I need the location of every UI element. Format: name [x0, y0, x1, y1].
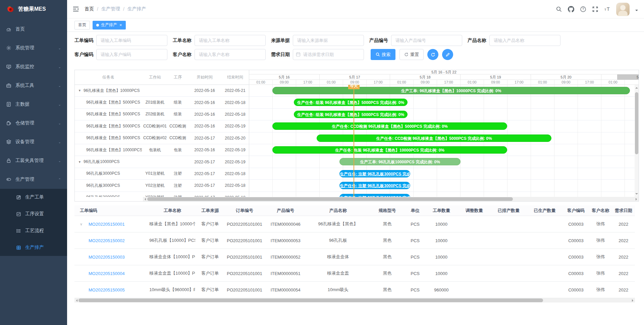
gantt-horizontal-scrollbar[interactable] — [143, 197, 639, 201]
sidebar-item-production[interactable]: 生产管理 ⌃ — [0, 170, 67, 189]
sidebar: 苦糖果MES 首页 系统管理 ⌄ 系统监控 ⌄ 系统工具 ⌄ — [0, 0, 67, 325]
user-avatar[interactable] — [616, 3, 630, 16]
user-menu-caret-icon[interactable] — [635, 10, 638, 12]
work-order-link[interactable]: MO202205150004 — [89, 271, 125, 276]
breadcrumb-section[interactable]: 生产管理 — [101, 6, 120, 12]
scrollbar-thumb[interactable] — [635, 92, 638, 154]
sidebar-collapse-icon[interactable] — [72, 6, 79, 12]
filter-input[interactable] — [96, 35, 167, 46]
timeline-hour-cell: 17:00 — [367, 80, 390, 85]
gantt-bar[interactable]: 生产任务: 注塑 96孔孔板3000PCS 完成比例: 0% — [339, 182, 410, 189]
scrollbar-thumb[interactable] — [147, 197, 513, 201]
scroll-right-arrow-icon[interactable] — [636, 198, 638, 201]
gantt-task-row[interactable]: 96孔移液盒【黑色】5000PCS CCD检测#02 CCD检测 2022-05… — [75, 132, 249, 144]
filter-field: 来源单据 — [271, 35, 364, 46]
gantt-bar[interactable]: 生产任务: 注塑 96孔孔板3000PCS 完成比例: 0% — [339, 194, 410, 197]
font-size-icon[interactable]: TT — [604, 6, 610, 12]
scroll-down-arrow-icon[interactable] — [635, 193, 638, 196]
sidebar-item-work-orders[interactable]: 生产工单 — [0, 189, 67, 206]
reset-button[interactable]: 重置 — [399, 49, 424, 60]
gantt-bar[interactable]: 生产任务: 组装 96孔移液盒【黑色】5000PCS 完成比例: 0% — [294, 111, 408, 118]
expand-triangle-icon[interactable]: ▼ — [78, 89, 84, 92]
github-icon[interactable] — [568, 6, 574, 12]
timeline-hour-cell: 17:00 — [296, 80, 320, 85]
table-row[interactable]: MO202205150005 10mm吸头【960000】PCS 客户订单 PO… — [74, 282, 635, 298]
edit-round-button[interactable] — [442, 49, 453, 60]
fullscreen-icon[interactable] — [592, 6, 598, 12]
tab-home[interactable]: 首页 — [74, 21, 90, 30]
work-order-link[interactable]: MO202205150002 — [89, 238, 125, 243]
tab-scheduling[interactable]: 生产排产 × — [93, 21, 126, 30]
scrollbar-thumb[interactable] — [78, 299, 543, 302]
filter-input[interactable] — [293, 35, 364, 46]
filter-input[interactable] — [96, 49, 167, 60]
gantt-vertical-scrollbar[interactable] — [635, 85, 639, 197]
sidebar-item-scheduling[interactable]: 生产排产 — [0, 239, 67, 256]
cell-source: 客户订单 — [195, 237, 225, 243]
table-row[interactable]: MO202205150002 96孔孔板【10000】PCS 客户订单 PO20… — [74, 232, 635, 249]
gantt-task-row[interactable]: ▼96孔孔板10000PCS 2022-05-17 2022-05-19 — [75, 156, 249, 168]
gantt-bar[interactable]: 生产任务: CCD检测 96孔移液盒【黑色】5000PCS 完成比例: 0% — [317, 134, 551, 142]
sidebar-item-home[interactable]: 首页 — [0, 20, 67, 39]
scroll-left-arrow-icon[interactable] — [75, 299, 77, 302]
timeline-day-cell: 5月 20 — [531, 74, 601, 79]
work-order-link[interactable]: MO202205150005 — [89, 287, 125, 292]
gantt-task-row[interactable]: 96孔孔板3000PCS Y03注塑机 注塑 2022-05-17 2022-0… — [75, 192, 249, 197]
scroll-right-arrow-icon[interactable] — [632, 299, 635, 302]
gantt-bar[interactable]: 生产任务: 包装 96孔移液盒【黑色】10000PCS 完成比例: 0% — [272, 146, 507, 154]
row-expand-caret-icon[interactable]: ∨ — [80, 222, 89, 226]
filter-input[interactable] — [195, 35, 266, 46]
filter-input[interactable] — [195, 49, 266, 60]
scroll-up-arrow-icon[interactable] — [635, 86, 638, 89]
sidebar-item-system-monitor[interactable]: 系统监控 ⌄ — [0, 57, 67, 76]
filter-input[interactable] — [489, 35, 560, 46]
help-icon[interactable]: ? — [580, 6, 586, 12]
scroll-left-arrow-icon[interactable] — [143, 198, 146, 201]
cell-qty: 10000 — [425, 271, 458, 276]
gantt-bar[interactable]: 生产任务: CCD检测 96孔移液盒【黑色】5000PCS 完成比例: 0% — [272, 122, 507, 130]
sidebar-item-system-tools[interactable]: 系统工具 ⌄ — [0, 76, 67, 95]
gantt-bar[interactable]: 生产工单: 96孔孔板10000PCS 完成比例: 0% — [339, 158, 461, 165]
refresh-round-button[interactable] — [427, 49, 438, 60]
table-horizontal-scrollbar[interactable] — [74, 298, 635, 303]
sidebar-item-master-data[interactable]: 主数据 ⌄ — [0, 95, 67, 114]
sidebar-item-system-mgmt[interactable]: 系统管理 ⌄ — [0, 39, 67, 57]
task-end-date: 2022-05-18 — [222, 183, 249, 188]
top-navbar: 首页 / 生产管理 / 生产排产 ? TT — [67, 0, 644, 18]
gantt-task-row[interactable]: 96孔孔板3000PCS Y01注塑机 注塑 2022-05-17 2022-0… — [75, 168, 249, 180]
search-icon[interactable] — [556, 6, 562, 12]
gantt-task-row[interactable]: ▼96孔移液盒【黑色】10000PCS 2022-05-16 2022-05-2… — [75, 85, 249, 97]
table-row[interactable]: MO202205150003 移液盒盒体【10000】PCS 客户订单 PO20… — [74, 249, 635, 265]
table-row[interactable]: MO202205150004 移液盒盒盖【10000】PCS 客户订单 PO20… — [74, 265, 635, 282]
cell-source: 客户订单 — [195, 254, 225, 260]
gantt-bar[interactable]: 生产工单: 96孔移液盒【黑色】10000PCS 完成比例: 0% — [272, 87, 630, 94]
work-order-link[interactable]: MO202205150001 — [89, 222, 125, 227]
filter-input[interactable] — [391, 35, 462, 46]
gantt-bar[interactable]: 生产任务: 注塑 96孔孔板3000PCS 完成比例: 0% — [339, 170, 410, 177]
sidebar-item-label: 系统监控 — [15, 64, 58, 70]
gantt-task-row[interactable]: 96孔移液盒【黑色】5000PCS CCD检测#01 CCD检测 2022-05… — [75, 120, 249, 132]
gantt-task-row[interactable]: 96孔孔板3000PCS Y02注塑机 注塑 2022-05-17 2022-0… — [75, 180, 249, 192]
sidebar-item-label: 首页 — [15, 26, 61, 32]
tab-close-icon[interactable]: × — [119, 23, 122, 27]
gantt-task-row[interactable]: 96孔移液盒【黑色】10000PCS 包装机 包装 2022-05-16 202… — [75, 144, 249, 156]
breadcrumb-home[interactable]: 首页 — [85, 6, 94, 12]
work-order-link[interactable]: MO202205150003 — [89, 255, 125, 260]
chevron-down-icon: ⌄ — [58, 103, 61, 106]
table-row[interactable]: ∨MO202205150001 移液盒【黑色】10000个 客户订单 PO202… — [74, 216, 635, 232]
gantt-task-row[interactable]: 96孔移液盒【黑色】5000PCS Z02组装机 组装 2022-05-16 2… — [75, 109, 249, 120]
task-station: CCD检测#01 — [142, 123, 168, 129]
gantt-bar[interactable]: 生产任务: 组装 96孔移液盒【黑色】5000PCS 完成比例: 0% — [294, 99, 408, 106]
sidebar-item-process-settings[interactable]: 工序设置 — [0, 206, 67, 222]
search-button[interactable]: 搜索 — [371, 49, 395, 60]
gantt-task-row[interactable]: 96孔移液盒【黑色】5000PCS Z01组装机 组装 2022-05-16 2… — [75, 97, 249, 108]
sidebar-item-warehouse[interactable]: 仓储管理 ⌄ — [0, 114, 67, 132]
cell-item-no: ITEM00000051 — [264, 271, 307, 276]
sidebar-item-equipment[interactable]: 设备管理 ⌄ — [0, 132, 67, 151]
filter-input[interactable] — [293, 49, 364, 60]
sidebar-item-fixtures[interactable]: 工装夹具管理 ⌄ — [0, 151, 67, 170]
filter-input-wrap — [195, 49, 266, 60]
sidebar-item-routing[interactable]: 工艺流程 — [0, 222, 67, 239]
brand-logo[interactable]: 苦糖果MES — [0, 0, 67, 18]
expand-triangle-icon[interactable]: ▼ — [78, 160, 84, 164]
